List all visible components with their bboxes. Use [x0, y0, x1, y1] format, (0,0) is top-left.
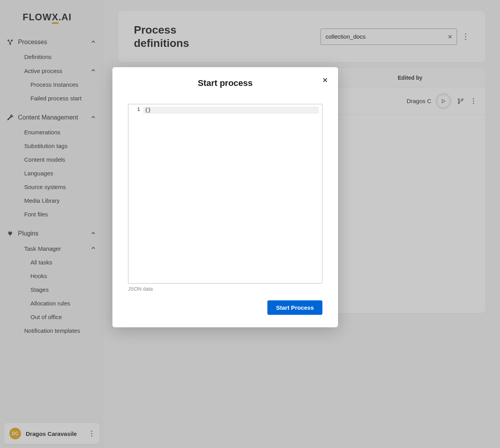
line-number: 1 — [132, 107, 140, 112]
start-process-modal: Start process 1 {} JSON data Start Proce… — [112, 67, 338, 327]
modal-footer: Start Process — [128, 300, 322, 315]
editor-gutter: 1 — [128, 104, 143, 283]
json-code-editor[interactable]: 1 {} — [128, 104, 322, 284]
editor-body[interactable]: {} — [143, 104, 322, 283]
start-process-button[interactable]: Start Process — [267, 300, 322, 315]
code-line[interactable]: {} — [143, 107, 319, 114]
modal-close-button[interactable] — [322, 77, 329, 84]
close-icon — [322, 77, 329, 84]
editor-label: JSON data — [128, 286, 322, 292]
modal-title: Start process — [128, 78, 322, 88]
